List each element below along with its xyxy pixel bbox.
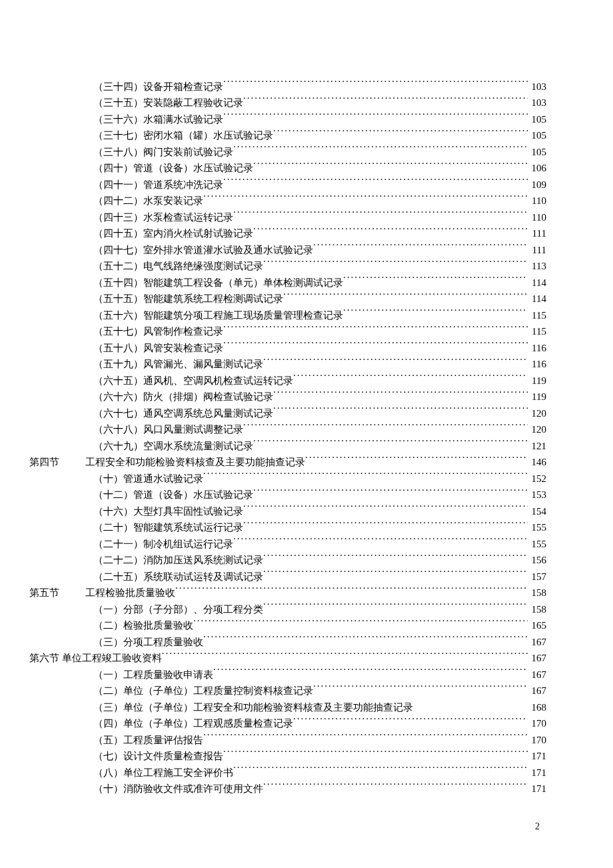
toc-entry-title: （五十七）风管制作检查记录	[93, 323, 223, 340]
toc-page-number: 109	[528, 177, 546, 193]
toc-page-number: 155	[528, 519, 546, 536]
toc-page-number: 158	[528, 585, 546, 601]
dot-leader	[233, 204, 528, 221]
toc-page-number: 146	[528, 454, 546, 471]
toc-page-number: 171	[528, 765, 546, 781]
toc-page-number: 110	[528, 209, 546, 226]
toc-page-number: 158	[528, 601, 546, 618]
dot-leader	[273, 400, 528, 417]
toc-entry-title: （二）单位（子单位）工程质量控制资料核查记录	[93, 683, 313, 699]
toc-entry-title: （十）消防验收文件或准许可使用文件	[93, 781, 263, 797]
toc-page-number: 153	[528, 487, 546, 503]
dot-leader	[243, 515, 528, 531]
dot-leader	[223, 73, 528, 90]
toc-entry-title: 工程检验批质量验收	[85, 585, 175, 601]
dot-leader	[233, 531, 528, 547]
dot-leader	[253, 221, 528, 237]
toc-entry-title: （二）检验批质量验收	[93, 617, 193, 634]
toc-entry-title: （五十五）智能建筑系统工程检测调试记录	[93, 291, 283, 307]
toc-entry-title: （三十八）阀门安装前试验记录	[93, 144, 233, 161]
toc-page-number: 170	[528, 715, 546, 732]
dot-leader	[293, 367, 528, 384]
toc-entry-title: （五十二）电气线路绝缘强度测试记录	[93, 258, 263, 275]
dot-leader	[243, 498, 528, 515]
dot-leader	[413, 694, 528, 711]
toc-entry-title: （二十）智能建筑系统试运行记录	[93, 519, 243, 536]
dot-leader	[233, 139, 528, 155]
dot-leader	[253, 155, 528, 172]
toc-entry-title: （六十六）防火（排烟）阀检查试验记录	[93, 389, 273, 405]
dot-leader	[263, 596, 528, 613]
dot-leader	[343, 269, 528, 286]
toc-page-number: 103	[528, 95, 546, 111]
toc-entry-title: （三十五）安装隐蔽工程验收记录	[93, 95, 243, 111]
dot-leader	[233, 759, 528, 776]
toc-entry-title: （五十九）风管漏光、漏风量测试记录	[93, 356, 263, 373]
toc-page-number: 168	[528, 699, 546, 716]
toc-entry-title: （四十三）水泵检查试运转记录	[93, 209, 233, 226]
toc-page-number: 114	[528, 291, 546, 307]
dot-leader	[343, 302, 528, 319]
toc-page-number: 119	[528, 373, 546, 389]
toc-page-number: 116	[528, 356, 546, 373]
dot-leader	[203, 629, 528, 645]
toc-page-number: 167	[528, 634, 546, 651]
toc-entry-title: （七）设计文件质量检查报告	[93, 748, 223, 765]
toc-entry-title: （六十五）通风机、空调风机检查试运转记录	[93, 373, 293, 389]
dot-leader	[273, 123, 528, 139]
dot-leader	[203, 727, 528, 743]
dot-leader	[223, 106, 528, 123]
toc-entry-title: （八）单位工程施工安全评价书	[93, 765, 233, 781]
toc-page-number: 120	[528, 421, 546, 438]
dot-leader	[203, 188, 528, 205]
toc-row: （三十四）设备开箱检查记录103	[93, 73, 546, 90]
dot-leader	[213, 661, 528, 678]
dot-leader	[293, 711, 528, 727]
toc-page-number: 170	[528, 732, 546, 749]
toc-entry-title: （六十九）空调水系统流量测试记录	[93, 438, 253, 455]
toc-page-number: 167	[528, 650, 546, 667]
toc-page-number: 113	[528, 258, 546, 275]
toc-page-number: 106	[528, 160, 546, 177]
toc-page-number: 116	[528, 340, 546, 357]
toc-entry-title: （五十八）风管安装检查记录	[93, 340, 223, 357]
dot-leader	[263, 351, 528, 368]
toc-page-number: 171	[528, 781, 546, 797]
toc-page-number: 167	[528, 667, 546, 683]
toc-entry-title: （四十二）水泵安装记录	[93, 193, 203, 209]
dot-leader	[263, 776, 528, 793]
dot-leader	[273, 384, 528, 401]
toc-entry-title: （一）工程质量验收申请表	[93, 667, 213, 683]
toc-page-number: 165	[528, 617, 546, 634]
toc-page-number: 111	[528, 242, 546, 259]
dot-leader	[175, 580, 528, 597]
dot-leader	[253, 482, 528, 499]
toc-entry-title: （五）工程质量评估报告	[93, 732, 203, 749]
dot-leader	[203, 465, 528, 482]
toc-entry-title: （四十五）室内消火栓试射试验记录	[93, 225, 253, 242]
toc-container: （三十四）设备开箱检查记录103（三十五）安装隐蔽工程验收记录103（三十六）水…	[93, 73, 546, 792]
toc-entry-title: （十二）管道（设备）水压试验记录	[93, 487, 253, 503]
toc-entry-title: （三十六）水箱满水试验记录	[93, 111, 223, 128]
dot-leader	[193, 613, 528, 629]
toc-page-number: 154	[528, 503, 546, 520]
toc-page-number: 120	[528, 405, 546, 422]
toc-page-number: 121	[528, 438, 546, 455]
toc-section-label: 第五节	[29, 585, 81, 601]
dot-leader	[313, 237, 528, 253]
dot-leader	[162, 645, 528, 662]
toc-page-number: 110	[528, 193, 546, 209]
toc-section-label: 第四节	[29, 454, 81, 471]
toc-page-number: 111	[528, 225, 546, 242]
toc-entry-title: （二十二）消防加压送风系统测试记录	[93, 552, 263, 569]
dot-leader	[253, 433, 528, 449]
toc-page-number: 114	[528, 275, 546, 291]
dot-leader	[263, 563, 528, 580]
dot-leader	[223, 335, 528, 351]
toc-entry-title: （六十八）风口风量测试调整记录	[93, 421, 243, 438]
toc-entry-title: （十六）大型灯具牢固性试验记录	[93, 503, 243, 520]
toc-section-label: 第六节 单位工程竣工验收资料	[29, 650, 162, 667]
toc-page-number: 155	[528, 536, 546, 553]
dot-leader	[223, 319, 528, 335]
toc-page-number: 157	[528, 569, 546, 585]
